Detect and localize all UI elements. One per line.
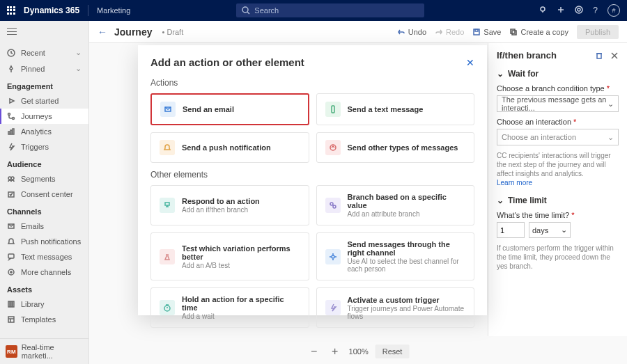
close-icon[interactable] xyxy=(610,52,619,60)
interaction-select[interactable]: Choose an interaction⌄ xyxy=(497,129,619,145)
svg-rect-34 xyxy=(597,54,601,58)
global-search[interactable]: Search xyxy=(236,3,424,17)
library-icon xyxy=(7,300,15,308)
svg-point-2 xyxy=(541,7,545,11)
svg-point-6 xyxy=(578,8,580,11)
sidebar-item-label: Text messages xyxy=(21,253,72,261)
tile-custom-trigger[interactable]: Activate a custom triggerTrigger journey… xyxy=(316,287,475,328)
sidebar-area-switcher[interactable]: RM Real-time marketi... xyxy=(0,338,88,364)
analytics-icon xyxy=(7,127,15,136)
tile-title: Respond to an action xyxy=(182,197,260,205)
sidebar-item-push[interactable]: Push notifications xyxy=(0,234,88,249)
sidebar-heading-assets: Assets xyxy=(0,280,88,296)
tile-respond-action[interactable]: Respond to an actionAdd an if/then branc… xyxy=(150,185,309,225)
sidebar-item-library[interactable]: Library xyxy=(0,296,88,312)
bell-icon xyxy=(160,140,175,155)
tile-title: Activate a custom trigger xyxy=(348,296,466,304)
learn-more-link[interactable]: Learn more xyxy=(497,178,619,187)
tile-send-other[interactable]: Send other types of messages xyxy=(316,132,475,163)
segments-icon xyxy=(7,175,15,183)
add-icon[interactable] xyxy=(557,6,565,16)
svg-rect-30 xyxy=(474,29,479,35)
time-value-input[interactable] xyxy=(497,222,525,238)
sidebar-item-label: Consent center xyxy=(21,190,73,198)
lightbulb-icon[interactable] xyxy=(539,6,547,16)
redo-button[interactable]: Redo xyxy=(435,28,464,36)
undo-button[interactable]: Undo xyxy=(397,28,426,36)
search-placeholder: Search xyxy=(254,6,279,15)
sidebar-item-label: Recent xyxy=(21,49,45,57)
condition-type-label: Choose a branch condition type * xyxy=(497,84,619,93)
more-icon xyxy=(7,268,15,276)
tile-subtitle: Add an if/then branch xyxy=(182,206,260,214)
email-icon xyxy=(160,102,176,117)
sidebar-item-journeys[interactable]: Journeys xyxy=(0,109,88,124)
tile-send-email[interactable]: Send an email xyxy=(150,93,309,125)
sidebar-item-label: Triggers xyxy=(21,143,49,151)
sidebar-heading-engagement: Engagement xyxy=(0,77,88,93)
svg-line-1 xyxy=(247,12,249,14)
zoom-out-button[interactable]: − xyxy=(307,345,321,358)
publish-button[interactable]: Publish xyxy=(577,25,619,39)
sidebar-item-templates[interactable]: Templates xyxy=(0,312,88,327)
tile-hold-action[interactable]: Hold an action for a specific timeAdd a … xyxy=(150,287,309,328)
tile-send-text[interactable]: Send a text message xyxy=(316,93,475,125)
app-launcher-icon[interactable] xyxy=(7,6,15,15)
trigger-icon xyxy=(7,143,15,151)
tile-subtitle: Use AI to select the best channel for ea… xyxy=(348,258,466,273)
zoom-in-button[interactable]: + xyxy=(328,345,342,358)
page-status: • Draft xyxy=(162,28,183,36)
attribute-icon xyxy=(325,198,341,213)
modal-close-button[interactable]: ✕ xyxy=(466,57,474,68)
sidebar-item-emails[interactable]: Emails xyxy=(0,219,88,234)
hamburger-icon[interactable] xyxy=(7,28,17,35)
tile-right-channel[interactable]: Send messages through the right channelU… xyxy=(316,232,475,280)
sidebar-item-analytics[interactable]: Analytics xyxy=(0,124,88,139)
wait-for-section-header[interactable]: ⌄Wait for xyxy=(497,69,619,79)
templates-icon xyxy=(7,315,15,324)
sidebar-heading-channels: Channels xyxy=(0,202,88,219)
tile-send-push[interactable]: Send a push notification xyxy=(150,132,309,163)
stopwatch-icon xyxy=(160,300,175,315)
sidebar-item-more-channels[interactable]: More channels xyxy=(0,264,88,280)
help-icon[interactable]: ? xyxy=(593,6,598,15)
sidebar-item-get-started[interactable]: Get started xyxy=(0,93,88,109)
sidebar-item-label: Segments xyxy=(21,175,56,183)
time-limit-label: What's the time limit? * xyxy=(497,211,619,219)
tile-ab-test[interactable]: Test which variation performs betterAdd … xyxy=(150,232,309,280)
sidebar-item-consent[interactable]: Consent center xyxy=(0,187,88,202)
sidebar-item-text-messages[interactable]: Text messages xyxy=(0,249,88,264)
tile-branch-value[interactable]: Branch based on a specific valueAdd an a… xyxy=(316,185,475,225)
save-button[interactable]: Save xyxy=(472,28,501,36)
time-unit-select[interactable]: days⌄ xyxy=(529,222,571,238)
consent-icon xyxy=(7,190,15,198)
app-name: Dynamics 365 xyxy=(24,6,79,15)
zoom-reset-button[interactable]: Reset xyxy=(376,345,410,358)
sidebar-item-segments[interactable]: Segments xyxy=(0,171,88,187)
copy-icon xyxy=(509,28,518,36)
trigger-icon xyxy=(325,300,341,315)
svg-rect-13 xyxy=(8,132,10,134)
create-copy-button[interactable]: Create a copy xyxy=(509,28,568,36)
push-icon xyxy=(7,237,15,246)
svg-rect-33 xyxy=(512,31,516,35)
area-badge: RM xyxy=(6,345,17,358)
time-limit-section-header[interactable]: ⌄Time limit xyxy=(497,196,619,205)
svg-rect-32 xyxy=(511,29,515,33)
condition-type-select[interactable]: The previous message gets an interacti..… xyxy=(497,95,619,112)
tile-subtitle: Add a wait xyxy=(182,312,300,320)
pin-icon xyxy=(7,65,15,73)
sidebar-item-triggers[interactable]: Triggers xyxy=(0,139,88,155)
user-avatar[interactable]: # xyxy=(607,4,620,17)
sidebar-item-label: Templates xyxy=(21,315,56,324)
svg-rect-41 xyxy=(165,203,169,205)
settings-icon[interactable] xyxy=(575,6,583,16)
svg-rect-39 xyxy=(332,106,334,113)
back-button[interactable]: ← xyxy=(98,26,107,38)
branch-icon xyxy=(160,198,175,213)
sidebar-item-recent[interactable]: Recent ⌄ xyxy=(0,45,88,61)
svg-rect-26 xyxy=(13,301,14,307)
delete-icon[interactable] xyxy=(595,52,603,60)
sidebar-item-pinned[interactable]: Pinned ⌄ xyxy=(0,61,88,77)
sidebar-item-label: Get started xyxy=(21,97,59,105)
